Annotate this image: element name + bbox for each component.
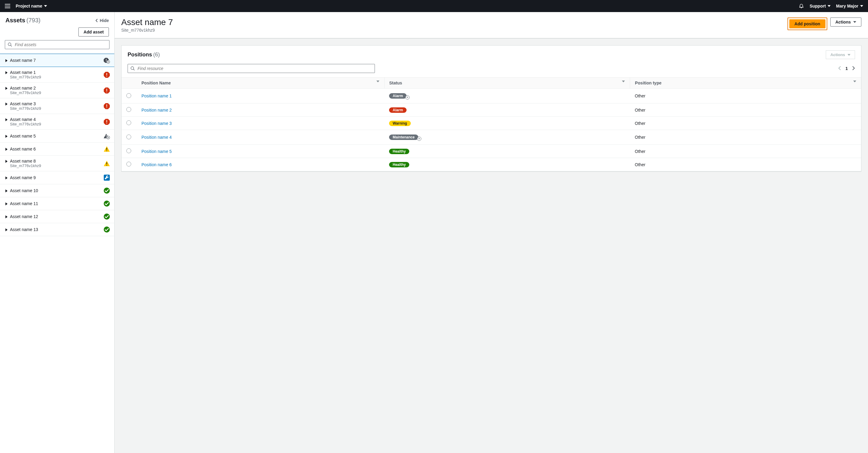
status-icon: [103, 87, 110, 94]
asset-subtitle: Site_m776v1khz9: [10, 163, 41, 168]
positions-panel: Positions (6) Actions 1: [121, 45, 861, 172]
position-type: Other: [630, 89, 861, 103]
status-icon: [103, 226, 110, 233]
positions-search[interactable]: [128, 64, 375, 73]
col-position-type[interactable]: Position type: [635, 81, 661, 85]
table-row: Position name 2 Alarm Other: [122, 103, 861, 117]
sidebar-title: Assets: [5, 17, 25, 24]
row-radio[interactable]: [126, 93, 131, 98]
position-link[interactable]: Position name 5: [142, 149, 172, 154]
page-subtitle: Site_m776v1khz9: [121, 28, 173, 33]
search-icon: [7, 42, 12, 47]
expand-icon[interactable]: [5, 215, 7, 218]
asset-item[interactable]: Asset name 5: [0, 130, 114, 143]
col-position-name[interactable]: Position Name: [142, 81, 171, 85]
asset-subtitle: Site_m776v1khz9: [10, 106, 41, 111]
caret-down-icon: [828, 5, 831, 7]
asset-item[interactable]: Asset name 3Site_m776v1khz9: [0, 98, 114, 114]
expand-icon[interactable]: [5, 59, 7, 62]
asset-item[interactable]: Asset name 4Site_m776v1khz9: [0, 114, 114, 130]
project-selector[interactable]: Project name: [16, 4, 47, 8]
expand-icon[interactable]: [5, 228, 7, 231]
asset-subtitle: Site_m776v1khz9: [10, 90, 41, 95]
status-badge: Maintenance: [389, 134, 418, 140]
status-icon: [103, 119, 110, 125]
expand-icon[interactable]: [5, 87, 7, 90]
asset-name: Asset name 11: [10, 201, 38, 206]
asset-item[interactable]: Asset name 1Site_m776v1khz9: [0, 67, 114, 83]
notifications-icon[interactable]: [799, 3, 804, 9]
asset-item[interactable]: Asset name 11: [0, 197, 114, 210]
position-link[interactable]: Position name 2: [142, 108, 172, 113]
add-position-highlight: Add position: [787, 18, 827, 30]
asset-item[interactable]: Asset name 2Site_m776v1khz9: [0, 83, 114, 98]
asset-name: Asset name 8: [10, 159, 41, 163]
expand-icon[interactable]: [5, 176, 7, 179]
position-link[interactable]: Position name 6: [142, 162, 172, 167]
asset-item[interactable]: Asset name 6: [0, 143, 114, 156]
svg-point-15: [131, 67, 134, 69]
status-icon: [103, 160, 110, 167]
support-menu[interactable]: Support: [809, 4, 831, 8]
asset-item[interactable]: Asset name 12: [0, 210, 114, 223]
status-icon: [103, 103, 110, 110]
ack-x-icon[interactable]: ✕: [405, 95, 409, 99]
sort-icon[interactable]: [376, 81, 379, 82]
col-status[interactable]: Status: [390, 81, 402, 85]
user-label: Mary Major: [836, 4, 858, 8]
asset-item[interactable]: Asset name 13: [0, 223, 114, 236]
position-link[interactable]: Position name 3: [142, 121, 172, 126]
menu-icon[interactable]: [5, 4, 10, 8]
positions-search-input[interactable]: [137, 66, 372, 71]
position-link[interactable]: Position name 1: [142, 93, 172, 98]
sort-icon[interactable]: [853, 81, 856, 82]
status-icon: [103, 146, 110, 152]
assets-search-input[interactable]: [15, 42, 107, 47]
add-asset-button[interactable]: Add asset: [79, 27, 109, 36]
caret-down-icon: [860, 5, 863, 7]
position-type: Other: [630, 117, 861, 130]
expand-icon[interactable]: [5, 202, 7, 205]
status-icon: [103, 200, 110, 207]
asset-name: Asset name 7: [10, 58, 36, 63]
status-badge: Healthy: [389, 162, 409, 168]
row-radio[interactable]: [126, 107, 131, 112]
add-position-button[interactable]: Add position: [789, 19, 826, 28]
table-row: Position name 4 Maintenance✕ Other: [122, 130, 861, 145]
row-radio[interactable]: [126, 162, 131, 167]
expand-icon[interactable]: [5, 102, 7, 105]
status-badge: Warning: [389, 121, 411, 126]
status-badge: Alarm: [389, 93, 407, 99]
row-radio[interactable]: [126, 120, 131, 125]
expand-icon[interactable]: [5, 189, 7, 192]
page-next[interactable]: [852, 66, 855, 71]
expand-icon[interactable]: [5, 135, 7, 138]
expand-icon[interactable]: [5, 148, 7, 151]
row-radio[interactable]: [126, 148, 131, 153]
row-radio[interactable]: [126, 134, 131, 139]
actions-label: Actions: [835, 20, 851, 24]
expand-icon[interactable]: [5, 160, 7, 163]
position-link[interactable]: Position name 4: [142, 135, 172, 140]
page-actions-button[interactable]: Actions: [830, 18, 861, 27]
status-badge: Healthy: [389, 149, 409, 154]
asset-name: Asset name 10: [10, 188, 38, 193]
asset-item[interactable]: Asset name 10: [0, 184, 114, 197]
expand-icon[interactable]: [5, 71, 7, 74]
position-type: Other: [630, 158, 861, 171]
expand-icon[interactable]: [5, 118, 7, 121]
ack-x-icon[interactable]: ✕: [417, 137, 421, 141]
asset-name: Asset name 4: [10, 117, 41, 122]
hide-sidebar-button[interactable]: Hide: [96, 18, 109, 23]
page-prev[interactable]: [838, 66, 841, 71]
sort-icon[interactable]: [622, 81, 625, 82]
asset-item[interactable]: Asset name 8Site_m776v1khz9: [0, 156, 114, 171]
asset-item[interactable]: Asset name 9: [0, 171, 114, 184]
positions-actions-button[interactable]: Actions: [826, 50, 855, 59]
project-label: Project name: [16, 4, 42, 8]
status-icon: [103, 57, 110, 64]
user-menu[interactable]: Mary Major: [836, 4, 863, 8]
status-icon: [103, 133, 110, 139]
asset-item[interactable]: Asset name 7: [0, 54, 114, 67]
assets-search[interactable]: [5, 40, 110, 49]
